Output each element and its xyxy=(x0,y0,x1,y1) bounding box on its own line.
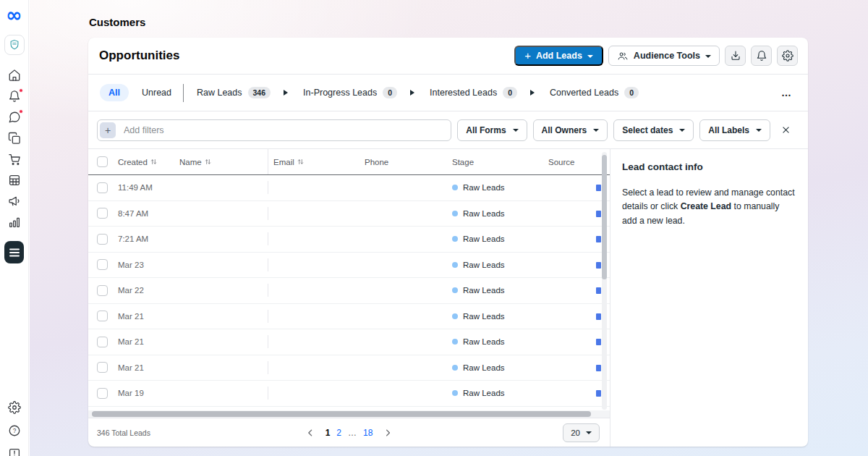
stage-dot xyxy=(452,390,458,396)
lead-row[interactable]: Mar 21 Raw Leads xyxy=(88,329,610,355)
stage-label: Raw Leads xyxy=(463,312,505,321)
add-filters-input[interactable] xyxy=(97,119,451,141)
stage-label: Raw Leads xyxy=(463,209,505,218)
lead-row[interactable]: Mar 22 Raw Leads xyxy=(88,278,610,304)
page-number[interactable]: 2 xyxy=(336,428,341,438)
row-checkbox[interactable] xyxy=(97,388,108,399)
header-actions: + Add Leads Audience Tools xyxy=(514,46,798,66)
audience-tools-button[interactable]: Audience Tools xyxy=(608,46,720,66)
select-all-checkbox[interactable] xyxy=(97,156,108,167)
tab-unread[interactable]: Unread xyxy=(142,88,171,98)
column-header-label: Source xyxy=(548,158,574,166)
row-checkbox[interactable] xyxy=(97,362,108,373)
name-cell xyxy=(179,181,268,194)
filter-row: + All Forms All Owners Select dates All … xyxy=(88,111,808,149)
page-size-dropdown[interactable]: 20 xyxy=(563,423,600,442)
pipeline-tab[interactable]: In-Progress Leads 0 xyxy=(303,87,430,98)
feedback-icon[interactable] xyxy=(8,447,21,456)
pipeline-tab[interactable]: Converted Leads 0 xyxy=(550,87,639,98)
stage-dot xyxy=(452,365,458,371)
lead-row[interactable]: 8:47 AM Raw Leads xyxy=(88,201,610,227)
vertical-scrollbar-thumb[interactable] xyxy=(602,155,607,279)
lead-row[interactable]: 11:49 AM Raw Leads xyxy=(88,175,610,201)
column-header-label: Email xyxy=(273,158,294,166)
tab-all[interactable]: All xyxy=(100,84,129,101)
name-cell xyxy=(179,361,268,374)
notifications-icon[interactable] xyxy=(8,90,21,103)
table-header: Created Name Email xyxy=(88,149,610,175)
lead-row[interactable]: 7:21 AM Raw Leads xyxy=(88,227,610,253)
next-page-button[interactable] xyxy=(383,428,392,437)
lead-row[interactable]: Mar 21 Raw Leads xyxy=(88,304,610,330)
column-header[interactable]: Email xyxy=(268,149,359,174)
svg-text:?: ? xyxy=(13,428,17,434)
row-checkbox[interactable] xyxy=(97,208,108,219)
commerce-cart-icon[interactable] xyxy=(8,153,21,166)
pipeline-tabs: Raw Leads 346 In-Progress Leads 0 Intere… xyxy=(197,87,639,98)
billing-grid-icon[interactable] xyxy=(8,174,21,187)
add-filter-plus-icon[interactable]: + xyxy=(100,122,116,138)
filter-dropdown[interactable]: All Forms xyxy=(457,119,527,141)
chevron-down-icon xyxy=(679,129,685,132)
row-checkbox[interactable] xyxy=(97,285,108,296)
row-checkbox-cell xyxy=(88,329,118,355)
name-cell xyxy=(179,207,268,220)
pipeline-tab[interactable]: Interested Leads 0 xyxy=(430,87,550,98)
posts-icon[interactable] xyxy=(8,132,21,145)
row-checkbox[interactable] xyxy=(97,259,108,270)
stage-dot xyxy=(452,313,458,319)
filter-dropdowns: All Forms All Owners Select dates All La… xyxy=(451,119,770,141)
column-header[interactable]: Stage xyxy=(447,149,543,174)
row-checkbox[interactable] xyxy=(97,311,108,321)
stage-dot xyxy=(452,236,458,242)
download-button[interactable] xyxy=(725,46,746,66)
horizontal-scrollbar-thumb[interactable] xyxy=(92,411,591,417)
messages-icon[interactable] xyxy=(8,111,21,124)
tabs-overflow-button[interactable]: … xyxy=(781,90,796,96)
row-checkbox[interactable] xyxy=(97,182,108,193)
stage-cell: Raw Leads xyxy=(447,209,543,218)
column-header[interactable]: Created xyxy=(118,149,179,174)
stage-label: Raw Leads xyxy=(463,286,505,295)
created-cell: Mar 23 xyxy=(118,261,179,269)
table-body: 11:49 AM Raw Leads xyxy=(88,175,610,407)
horizontal-scrollbar[interactable] xyxy=(88,410,610,418)
previous-page-button[interactable] xyxy=(306,428,315,437)
page-number[interactable]: 18 xyxy=(363,428,373,438)
settings-button[interactable] xyxy=(777,46,798,66)
all-tools-menu-icon[interactable] xyxy=(4,241,24,263)
card-header: Opportunities + Add Leads Audience Tools xyxy=(88,38,808,75)
filter-dropdown[interactable]: Select dates xyxy=(613,119,694,141)
page-number[interactable]: … xyxy=(348,428,357,438)
insights-chart-icon[interactable] xyxy=(8,216,21,229)
filter-dropdown[interactable]: All Labels xyxy=(699,119,770,141)
lead-row[interactable]: Mar 21 Raw Leads xyxy=(88,355,610,381)
stage-cell: Raw Leads xyxy=(447,261,543,269)
stage-label: Raw Leads xyxy=(463,261,505,269)
filter-dropdown[interactable]: All Owners xyxy=(533,119,608,141)
name-cell xyxy=(179,232,268,245)
created-cell: 8:47 AM xyxy=(118,209,179,218)
row-checkbox[interactable] xyxy=(97,337,108,347)
settings-gear-icon[interactable] xyxy=(8,401,21,414)
column-header[interactable]: Phone xyxy=(359,149,447,174)
vertical-scrollbar[interactable] xyxy=(602,152,607,410)
page-number[interactable]: 1 xyxy=(326,428,331,438)
row-checkbox[interactable] xyxy=(97,234,108,245)
add-leads-button[interactable]: + Add Leads xyxy=(514,46,603,66)
clear-filters-button[interactable] xyxy=(781,125,796,135)
help-icon[interactable]: ? xyxy=(8,424,21,437)
lead-row[interactable]: Mar 23 Raw Leads xyxy=(88,253,610,279)
business-avatar[interactable] xyxy=(4,35,25,55)
column-header[interactable]: Source xyxy=(543,149,608,174)
ads-megaphone-icon[interactable] xyxy=(8,195,21,208)
lead-row[interactable]: Mar 19 Raw Leads xyxy=(88,381,610,407)
pipeline-tab-count: 0 xyxy=(624,87,639,98)
meta-logo-icon[interactable]: ∞ xyxy=(6,4,22,26)
created-cell: Mar 21 xyxy=(118,363,179,372)
pipeline-tab[interactable]: Raw Leads 346 xyxy=(197,87,303,98)
row-checkbox-cell xyxy=(88,304,118,329)
column-header[interactable]: Name xyxy=(179,149,268,174)
notifications-button[interactable] xyxy=(751,46,772,66)
home-icon[interactable] xyxy=(8,69,21,82)
